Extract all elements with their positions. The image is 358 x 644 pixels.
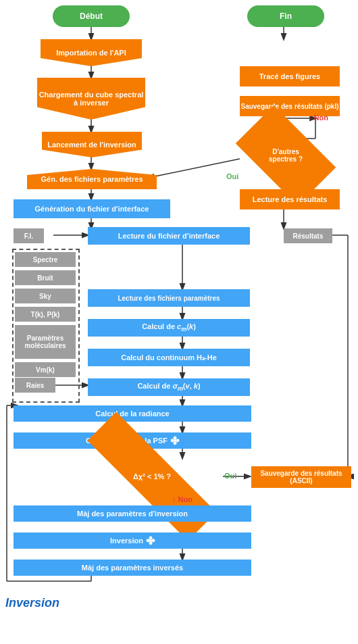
fin-label: Fin — [280, 11, 292, 21]
calcul-sigma-node: Calcul de σm(v, k) — [88, 378, 250, 396]
maj-inverses-node: Màj des paramètres inversés — [14, 560, 251, 576]
sauvegarde-ascii-label: Sauvegarde des résultats (ASCII) — [251, 470, 351, 485]
calcul-radiance-node: Calcul de la radiance — [14, 405, 251, 422]
sky-node: Sky — [15, 289, 76, 303]
lecture-fichiers-params-label: Lecture des fichiers paramètres — [118, 295, 220, 302]
watermark: Inversion — [5, 596, 59, 610]
inversion-label: Inversion — [110, 537, 143, 545]
trace-figures-label: Tracé des figures — [259, 72, 321, 80]
lecture-resultats-label: Lecture des résultats — [253, 195, 328, 203]
maj-params-node: Màj des paramètres d'inversion — [14, 505, 251, 522]
non-label-1-text: Non — [314, 114, 328, 122]
oui-label-1: Oui — [226, 172, 238, 180]
import-api-node: Importation de l'API — [41, 39, 142, 66]
calcul-cm-node: Calcul de cm(k) — [88, 319, 250, 337]
lecture-fichier-interface-label: Lecture du fichier d'interface — [118, 232, 220, 240]
tk-pk-label: T(k), P(k) — [31, 311, 60, 318]
delta-chi2-label: Δχ² < 1% ? — [133, 472, 171, 480]
resultats-node: Résultats — [284, 228, 332, 243]
chargement-node: Chargement du cube spectral à inverser — [37, 78, 145, 120]
gen-interface-node: Génération du fichier d'interface — [14, 199, 170, 218]
calcul-continuum-label: Calcul du continuum H₂-He — [121, 353, 217, 362]
raies-label: Raies — [26, 382, 45, 389]
spectre-node: Spectre — [15, 252, 76, 267]
lancement-node: Lancement de l'inversion — [42, 132, 142, 157]
fi-label: F.I. — [24, 232, 33, 240]
maj-params-label: Màj des paramètres d'inversion — [77, 510, 188, 518]
vm-k-node: Vm(k) — [15, 362, 76, 377]
debut-label: Début — [80, 11, 103, 21]
bruit-node: Bruit — [15, 270, 76, 285]
delta-chi2-node: Δχ² < 1% ? — [81, 456, 223, 497]
red-arrow-down: ↓ — [172, 495, 176, 503]
lecture-fichiers-params-node: Lecture des fichiers paramètres — [88, 289, 250, 307]
fi-node: F.I. — [14, 228, 44, 243]
maj-inverses-label: Màj des paramètres inversés — [82, 564, 183, 572]
non-label-2: ↓ Non — [172, 495, 193, 503]
gen-fichiers-label: Gén. des fichiers paramètres — [41, 175, 143, 183]
resultats-label: Résultats — [292, 232, 323, 240]
convolution-plus: ✤ — [170, 435, 179, 447]
non-arrow: ↑ — [308, 114, 312, 122]
spectre-label: Spectre — [33, 256, 58, 264]
calcul-radiance-label: Calcul de la radiance — [95, 410, 169, 418]
sauvegarde-pkl-label: Sauvegarde des résultats (pkI) — [240, 103, 338, 110]
inversion-plus: ✤ — [146, 535, 155, 547]
calcul-cm-label: Calcul de cm(k) — [142, 322, 196, 332]
raies-node: Raies — [15, 378, 55, 393]
bruit-label: Bruit — [37, 274, 53, 282]
dautres-spectres-node: D'autresspectres ? — [242, 128, 330, 182]
fin-node: Fin — [247, 5, 324, 27]
gen-interface-label: Génération du fichier d'interface — [35, 205, 149, 213]
params-mol-node: Paramètres moléculaires — [15, 325, 76, 359]
import-api-label: Importation de l'API — [56, 49, 126, 57]
lancement-label: Lancement de l'inversion — [47, 141, 136, 149]
tk-pk-node: T(k), P(k) — [15, 307, 76, 322]
flowchart: Début Fin Importation de l'API Chargemen… — [0, 0, 358, 644]
non-label-2-text: Non — [178, 495, 193, 503]
calcul-continuum-node: Calcul du continuum H₂-He — [88, 349, 250, 366]
chargement-label: Chargement du cube spectral à inverser — [37, 91, 145, 107]
lecture-fichier-interface-node: Lecture du fichier d'interface — [88, 227, 250, 245]
sky-label: Sky — [39, 293, 51, 300]
params-mol-label: Paramètres moléculaires — [15, 335, 76, 349]
calcul-sigma-label: Calcul de σm(v, k) — [137, 382, 200, 392]
oui-label-2: Oui — [224, 472, 236, 480]
trace-figures-node: Tracé des figures — [240, 66, 340, 86]
non-label-1: ↑ Non — [308, 114, 328, 122]
gen-fichiers-node: Gén. des fichiers paramètres — [27, 169, 157, 189]
debut-node: Début — [53, 5, 130, 27]
vm-k-label: Vm(k) — [36, 366, 55, 374]
inversion-node: Inversion ✤ — [14, 532, 251, 549]
dautres-spectres-label: D'autresspectres ? — [269, 148, 303, 163]
sauvegarde-ascii-node: Sauvegarde des résultats (ASCII) — [251, 466, 351, 488]
lecture-resultats-node: Lecture des résultats — [240, 189, 340, 209]
